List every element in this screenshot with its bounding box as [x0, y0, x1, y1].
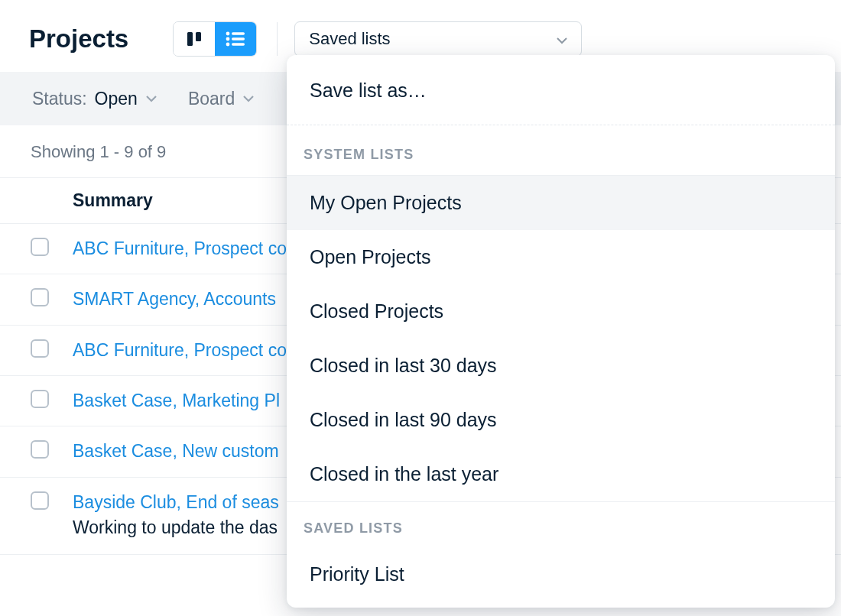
page-title: Projects: [29, 24, 128, 53]
system-lists-header: SYSTEM LISTS: [287, 125, 835, 176]
saved-list-option[interactable]: Closed Projects: [287, 284, 835, 339]
row-checkbox-cell: [31, 388, 73, 408]
svg-rect-5: [232, 37, 245, 40]
list-icon: [226, 31, 245, 47]
row-checkbox[interactable]: [31, 238, 49, 256]
view-toggle: [173, 21, 257, 57]
svg-point-6: [226, 43, 230, 47]
saved-list-option[interactable]: Closed in last 90 days: [287, 393, 835, 447]
board-filter[interactable]: Board: [188, 89, 255, 109]
chevron-down-icon: [242, 94, 255, 103]
saved-list-option[interactable]: Closed in the last year: [287, 447, 835, 501]
row-checkbox-cell: [31, 236, 73, 256]
row-checkbox[interactable]: [31, 339, 49, 358]
svg-point-4: [226, 37, 230, 41]
svg-point-2: [226, 32, 230, 36]
status-filter-label: Status:: [32, 89, 87, 109]
status-filter-value: Open: [95, 89, 138, 109]
save-list-as[interactable]: Save list as…: [287, 55, 835, 125]
saved-list-option[interactable]: Priority List: [287, 547, 835, 601]
row-checkbox[interactable]: [31, 288, 49, 306]
row-checkbox-cell: [31, 287, 73, 306]
board-icon: [186, 31, 203, 47]
saved-list-option[interactable]: Open Projects: [287, 230, 835, 284]
svg-rect-3: [232, 32, 245, 34]
row-checkbox[interactable]: [31, 390, 49, 408]
saved-list-option[interactable]: My Open Projects: [287, 176, 835, 230]
saved-lists-panel: Save list as… SYSTEM LISTS My Open Proje…: [287, 55, 835, 608]
chevron-down-icon: [557, 29, 567, 49]
saved-lists-label: Saved lists: [309, 29, 390, 49]
chevron-down-icon: [145, 94, 157, 103]
row-checkbox-cell: [31, 439, 73, 459]
status-filter[interactable]: Status: Open: [32, 89, 157, 109]
svg-rect-0: [187, 32, 193, 46]
row-checkbox[interactable]: [31, 491, 49, 510]
board-filter-label: Board: [188, 89, 235, 109]
saved-list-option[interactable]: Closed in last 30 days: [287, 339, 835, 393]
svg-rect-1: [196, 32, 201, 41]
saved-lists-header: SAVED LISTS: [287, 520, 835, 547]
list-view-button[interactable]: [215, 22, 256, 56]
divider: [277, 22, 278, 56]
row-checkbox[interactable]: [31, 440, 49, 459]
divider: SAVED LISTS: [287, 501, 835, 547]
row-checkbox-cell: [31, 338, 73, 358]
row-checkbox-cell: [31, 490, 73, 510]
board-view-button[interactable]: [174, 22, 215, 56]
svg-rect-7: [232, 43, 245, 45]
saved-lists-dropdown[interactable]: Saved lists: [294, 21, 582, 57]
